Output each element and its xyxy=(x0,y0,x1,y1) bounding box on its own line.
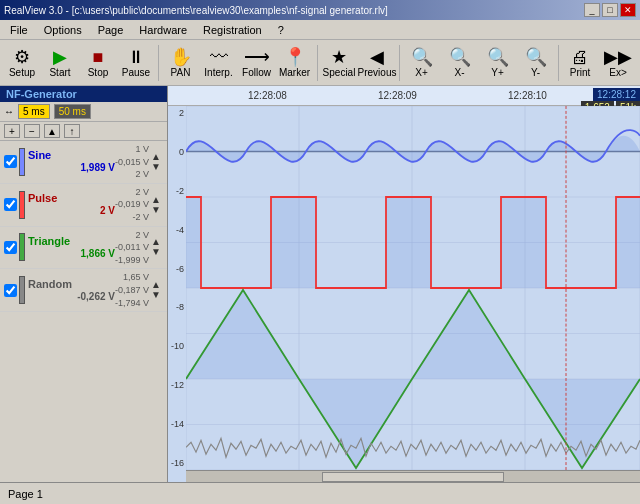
main-area: NF-Generator ↔ 5 ms 50 ms + − ▲ ↑ Sine 1… xyxy=(0,86,640,482)
channel-arrow-sine[interactable]: ▲ ▼ xyxy=(149,152,163,172)
menu-page[interactable]: Page xyxy=(90,22,132,38)
close-button[interactable]: ✕ xyxy=(620,3,636,17)
add-channel-button[interactable]: + xyxy=(4,124,20,138)
triangle-min: -1,999 V xyxy=(115,254,149,267)
pulse-max: 2 V xyxy=(115,186,149,199)
pause-button[interactable]: ⏸ Pause xyxy=(118,45,154,81)
panel-header: NF-Generator xyxy=(0,86,167,102)
y-label-m14: -14 xyxy=(168,419,186,429)
toolbar-separator-4 xyxy=(558,45,559,81)
marker-button[interactable]: 📍 Marker xyxy=(277,45,313,81)
setup-button[interactable]: ⚙ Setup xyxy=(4,45,40,81)
channel-color-pulse xyxy=(19,191,25,219)
yplus-icon: 🔍 xyxy=(487,48,509,66)
start-icon: ▶ xyxy=(53,48,67,66)
pulse-mid: -0,019 V xyxy=(115,198,149,211)
sine-mid: -0,015 V xyxy=(115,156,149,169)
channel-current-triangle: 1,866 V xyxy=(28,247,115,260)
time-badge-2[interactable]: 50 ms xyxy=(54,104,91,119)
timestamp-3: 12:28:10 xyxy=(508,90,547,101)
toolbar-separator-3 xyxy=(399,45,400,81)
pulse-min: -2 V xyxy=(115,211,149,224)
yminus-button[interactable]: 🔍 Y- xyxy=(518,45,554,81)
y-label-m12: -12 xyxy=(168,380,186,390)
toolbar-separator-2 xyxy=(317,45,318,81)
y-label-0: 0 xyxy=(168,147,186,157)
y-label-m4: -4 xyxy=(168,225,186,235)
yminus-icon: 🔍 xyxy=(525,48,547,66)
channel-checkbox-triangle[interactable] xyxy=(4,241,17,254)
ex-icon: ▶▶ xyxy=(604,48,632,66)
channel-name-triangle: Triangle xyxy=(28,235,115,247)
minimize-button[interactable]: _ xyxy=(584,3,600,17)
interp-button[interactable]: 〰 Interp. xyxy=(201,45,237,81)
sine-max: 1 V xyxy=(115,143,149,156)
time-badge-1[interactable]: 5 ms xyxy=(18,104,50,119)
menu-registration[interactable]: Registration xyxy=(195,22,270,38)
horizontal-scrollbar[interactable] xyxy=(186,470,640,482)
channel-checkbox-pulse[interactable] xyxy=(4,198,17,211)
xminus-button[interactable]: 🔍 X- xyxy=(442,45,478,81)
marker-icon: 📍 xyxy=(284,48,306,66)
previous-icon: ◀ xyxy=(370,48,384,66)
follow-button[interactable]: ⟶ Follow xyxy=(239,45,275,81)
scrollbar-thumb[interactable] xyxy=(322,472,504,482)
menu-hardware[interactable]: Hardware xyxy=(131,22,195,38)
channel-current-pulse: 2 V xyxy=(28,204,115,217)
channel-action-controls: + − ▲ ↑ xyxy=(0,122,167,141)
chart-area[interactable]: 12:28:08 12:28:09 12:28:10 12:28:12 1,65… xyxy=(168,86,640,482)
special-button[interactable]: ★ Special xyxy=(321,45,357,81)
channel-name-sine: Sine xyxy=(28,149,115,161)
y-label-m6: -6 xyxy=(168,264,186,274)
chart-svg xyxy=(186,106,640,470)
y-label-m16: -16 xyxy=(168,458,186,468)
interp-icon: 〰 xyxy=(210,48,228,66)
y-label-2: 2 xyxy=(168,108,186,118)
channel-arrow-triangle[interactable]: ▲ ▼ xyxy=(149,237,163,257)
xminus-icon: 🔍 xyxy=(449,48,471,66)
xplus-icon: 🔍 xyxy=(411,48,433,66)
menu-help[interactable]: ? xyxy=(270,22,292,38)
channel-current-sine: 1,989 V xyxy=(28,161,115,174)
time-indicator-icon: ↔ xyxy=(4,106,14,117)
y-label-m10: -10 xyxy=(168,341,186,351)
random-mid: -0,187 V xyxy=(115,284,149,297)
menu-options[interactable]: Options xyxy=(36,22,90,38)
time-axis: 12:28:08 12:28:09 12:28:10 12:28:12 1,65… xyxy=(168,86,640,106)
channel-settings-button[interactable]: ▲ xyxy=(44,124,60,138)
start-button[interactable]: ▶ Start xyxy=(42,45,78,81)
triangle-max: 2 V xyxy=(115,229,149,242)
cursor-time: 12:28:12 xyxy=(593,88,640,101)
channel-checkbox-random[interactable] xyxy=(4,284,17,297)
page-status: Page 1 xyxy=(8,488,43,500)
stop-button[interactable]: ■ Stop xyxy=(80,45,116,81)
y-label-m2: -2 xyxy=(168,186,186,196)
ex-button[interactable]: ▶▶ Ex> xyxy=(600,45,636,81)
channel-checkbox-sine[interactable] xyxy=(4,155,17,168)
print-button[interactable]: 🖨 Print xyxy=(562,45,598,81)
pan-button[interactable]: ✋ PAN xyxy=(163,45,199,81)
remove-channel-button[interactable]: − xyxy=(24,124,40,138)
toolbar-separator-1 xyxy=(158,45,159,81)
menu-bar: File Options Page Hardware Registration … xyxy=(0,20,640,40)
channel-arrow-pulse[interactable]: ▲ ▼ xyxy=(149,195,163,215)
channel-color-random xyxy=(19,276,25,304)
maximize-button[interactable]: □ xyxy=(602,3,618,17)
yplus-button[interactable]: 🔍 Y+ xyxy=(480,45,516,81)
print-icon: 🖨 xyxy=(571,48,589,66)
channel-row-pulse: Pulse 2 V 2 V -0,019 V -2 V ▲ ▼ xyxy=(0,184,167,227)
status-bar: Page 1 xyxy=(0,482,640,504)
channel-name-random: Random xyxy=(28,278,115,290)
random-max: 1,65 V xyxy=(115,271,149,284)
previous-button[interactable]: ◀ Previous xyxy=(359,45,395,81)
window-controls: _ □ ✕ xyxy=(584,3,636,17)
stop-icon: ■ xyxy=(93,48,104,66)
pause-icon: ⏸ xyxy=(127,48,145,66)
random-min: -1,794 V xyxy=(115,297,149,310)
pan-icon: ✋ xyxy=(170,48,192,66)
xplus-button[interactable]: 🔍 X+ xyxy=(404,45,440,81)
channel-arrow-random[interactable]: ▲ ▼ xyxy=(149,280,163,300)
channel-scroll-up[interactable]: ↑ xyxy=(64,124,80,138)
triangle-mid: -0,011 V xyxy=(115,241,149,254)
menu-file[interactable]: File xyxy=(2,22,36,38)
